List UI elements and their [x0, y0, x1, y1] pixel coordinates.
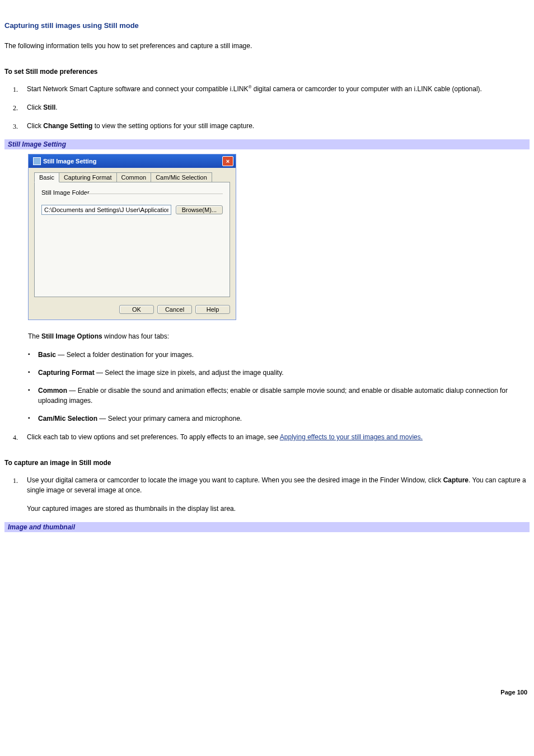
- step-number: 1.: [13, 84, 18, 95]
- section-heading-preferences: To set Still mode preferences: [4, 68, 530, 76]
- tab-cam-mic-selection[interactable]: Cam/Mic Selection: [151, 172, 212, 182]
- step-text: .: [55, 104, 57, 111]
- folder-path-input[interactable]: [41, 205, 171, 215]
- ok-button[interactable]: OK: [119, 305, 154, 314]
- sub-intro: The Still Image Options window has four …: [28, 331, 530, 341]
- still-image-setting-dialog: Still Image Setting × Basic Capturing Fo…: [28, 154, 236, 320]
- step-bold: Still: [43, 104, 55, 111]
- image-caption-still-image-setting: Still Image Setting: [4, 139, 530, 149]
- bullet-text: — Select your primary camera and microph…: [97, 415, 242, 422]
- bullet-text: — Select the image size in pixels, and a…: [95, 369, 284, 377]
- page-footer: Page 100: [4, 689, 530, 696]
- step-text: Start Network Smart Capture software and…: [27, 85, 249, 93]
- step-1: 1. Start Network Smart Capture software …: [27, 84, 530, 94]
- tab-description-list: Basic — Select a folder destination for …: [4, 350, 530, 424]
- tab-panel-basic: Still Image Folder Browse(M)...: [34, 182, 230, 297]
- dialog-footer: OK Cancel Help: [29, 302, 236, 320]
- step-b1: 1. Use your digital camera or camcorder …: [27, 475, 530, 514]
- bullet-cam-mic: Cam/Mic Selection — Select your primary …: [38, 414, 530, 424]
- bullet-bold: Cam/Mic Selection: [38, 415, 97, 422]
- text: window has four tabs:: [102, 332, 169, 340]
- intro-text: The following information tells you how …: [4, 41, 530, 51]
- step-text: Click: [27, 104, 43, 111]
- step-number: 1.: [13, 476, 18, 486]
- step-bold: Capture: [443, 476, 469, 484]
- steps-list-b: 1. Use your digital camera or camcorder …: [4, 475, 530, 514]
- cancel-button[interactable]: Cancel: [157, 305, 192, 314]
- dialog-titlebar: Still Image Setting ×: [29, 154, 236, 168]
- step-para-2: Your captured images are stored as thumb…: [27, 504, 530, 514]
- tab-basic[interactable]: Basic: [34, 172, 59, 182]
- bullet-bold: Common: [38, 387, 67, 395]
- step-number: 4.: [13, 433, 18, 443]
- tab-common[interactable]: Common: [116, 172, 152, 182]
- step-bold: Change Setting: [43, 122, 92, 130]
- step-text: Click each tab to view options and set p…: [27, 433, 280, 441]
- dialog-title-icon: [33, 157, 41, 165]
- browse-button[interactable]: Browse(M)...: [176, 205, 223, 214]
- step-number: 3.: [13, 121, 18, 132]
- step-4: 4. Click each tab to view options and se…: [27, 432, 530, 442]
- step-text: to view the setting options for your sti…: [92, 122, 254, 130]
- step-text: Use your digital camera or camcorder to …: [27, 476, 443, 484]
- help-button[interactable]: Help: [195, 305, 230, 314]
- fieldset-label: Still Image Folder: [41, 189, 223, 196]
- close-icon: ×: [226, 158, 229, 165]
- text: The: [28, 332, 41, 340]
- step-3: 3. Click Change Setting to view the sett…: [27, 121, 530, 131]
- steps-list-a-cont: 4. Click each tab to view options and se…: [4, 432, 530, 442]
- dialog-title: Still Image Setting: [43, 158, 96, 165]
- bullet-basic: Basic — Select a folder destination for …: [38, 350, 530, 360]
- page-title: Capturing still images using Still mode: [4, 21, 530, 30]
- close-button[interactable]: ×: [222, 156, 233, 166]
- fieldset-separator: [86, 194, 223, 195]
- bullet-text: — Enable or disable the sound and animat…: [38, 387, 508, 405]
- bullet-bold: Basic: [38, 351, 56, 359]
- bullet-common: Common — Enable or disable the sound and…: [38, 386, 530, 406]
- text-bold: Still Image Options: [41, 332, 102, 340]
- link-applying-effects[interactable]: Applying effects to your still images an…: [280, 433, 423, 441]
- section-heading-capture: To capture an image in Still mode: [4, 459, 530, 467]
- step-text: Click: [27, 122, 43, 130]
- step-2: 2. Click Still.: [27, 102, 530, 112]
- bullet-bold: Capturing Format: [38, 369, 95, 377]
- steps-list-a: 1. Start Network Smart Capture software …: [4, 84, 530, 131]
- image-caption-image-thumbnail: Image and thumbnail: [4, 522, 530, 532]
- bullet-text: — Select a folder destination for your i…: [56, 351, 194, 359]
- tab-strip: Basic Capturing Format Common Cam/Mic Se…: [34, 172, 230, 182]
- step-number: 2.: [13, 103, 18, 113]
- bullet-capturing-format: Capturing Format — Select the image size…: [38, 368, 530, 378]
- step-text: digital camera or camcorder to your comp…: [251, 85, 482, 93]
- tab-capturing-format[interactable]: Capturing Format: [59, 172, 117, 182]
